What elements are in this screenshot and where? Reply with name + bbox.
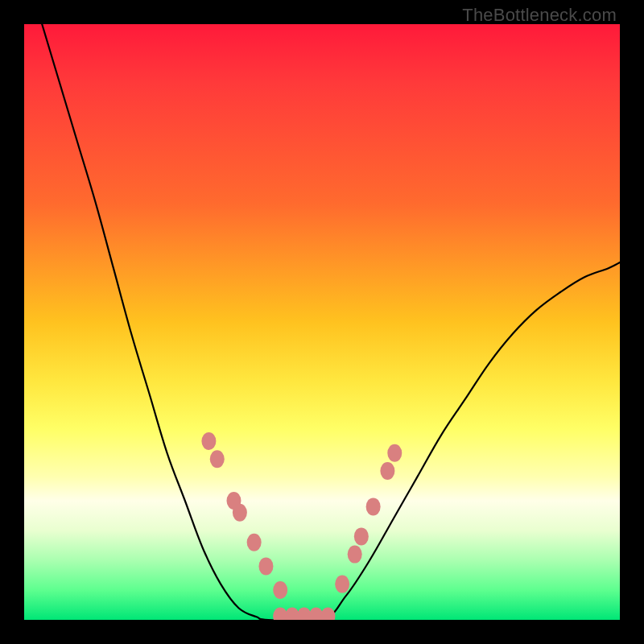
bead-marker <box>247 534 262 551</box>
bead-marker <box>273 581 287 599</box>
bead-marker <box>201 432 216 450</box>
bead-marker <box>258 557 273 575</box>
bead-marker <box>387 444 402 462</box>
watermark-text: TheBottleneck.com <box>462 5 617 26</box>
chart-svg <box>24 24 620 620</box>
bead-marker <box>210 450 225 468</box>
bead-marker <box>380 462 394 480</box>
bead-marker <box>348 546 362 564</box>
bead-markers-group <box>201 432 402 620</box>
bead-marker <box>335 576 349 593</box>
chart-frame: TheBottleneck.com <box>0 0 644 644</box>
chart-plot-area <box>24 24 620 620</box>
bead-marker <box>366 497 381 515</box>
bead-marker <box>233 504 247 522</box>
bead-marker <box>320 608 335 620</box>
bottleneck-curve <box>42 24 620 620</box>
bead-marker <box>354 527 369 545</box>
